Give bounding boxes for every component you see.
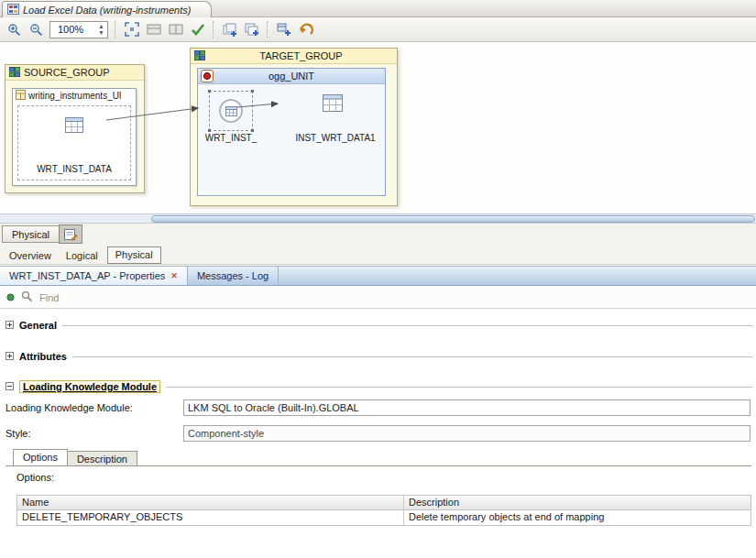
node-selection[interactable] — [209, 91, 253, 131]
selection-handle[interactable] — [251, 129, 254, 132]
tab-physical[interactable]: Physical — [107, 246, 161, 264]
zoom-level-select[interactable]: 100% ▲▼ — [49, 21, 108, 38]
inst-wrt-data1-node[interactable] — [323, 94, 343, 114]
zoom-out-icon — [29, 23, 43, 37]
add-source-icon — [223, 23, 238, 37]
document-tab-title: Load Excel Data (writing-instruments) — [23, 5, 191, 16]
section-rule — [166, 387, 752, 388]
section-rule — [62, 325, 752, 326]
dataset-icon — [16, 90, 26, 102]
group-icon — [9, 67, 20, 79]
option-description-cell: Delete temporary objects at end of mappi… — [404, 510, 751, 525]
tab-close-icon[interactable]: ✕ — [170, 271, 178, 280]
zoom-out-button[interactable] — [26, 19, 46, 39]
lkm-field-label: Loading Knowledge Module: — [5, 402, 133, 413]
ogg-unit-title: ogg_UNIT — [268, 71, 314, 82]
section-attributes-title[interactable]: Attributes — [19, 351, 67, 362]
editor-view-tabs: Overview Logical Physical — [0, 245, 756, 265]
section-general-title[interactable]: General — [19, 320, 57, 331]
diagram-edit-button[interactable] — [59, 224, 82, 244]
layout-vertical-button[interactable] — [166, 19, 186, 39]
hscrollbar-thumb[interactable] — [151, 215, 755, 223]
generate-physical-icon — [277, 23, 292, 37]
target-group-header: TARGET_GROUP — [191, 49, 397, 64]
style-field-input[interactable]: Component-style — [183, 425, 751, 442]
layout-vertical-icon — [169, 23, 183, 36]
tab-properties[interactable]: WRT_INST_DATA_AP - Properties ✕ — [0, 267, 188, 285]
options-table-header: Name Description — [17, 496, 751, 510]
source-dataset[interactable]: writing_instruments_Ul WRT_INST_DATA — [12, 88, 137, 186]
options-panel-border — [5, 465, 751, 466]
inst-wrt-data1-label: INST_WRT_DATA1 — [290, 133, 381, 143]
source-table-label: WRT_INST_DATA — [37, 164, 112, 174]
form-pencil-icon — [64, 228, 78, 241]
diagram-tab-row: Physical — [0, 224, 756, 245]
search-icon — [21, 290, 33, 304]
validate-button[interactable] — [188, 19, 208, 39]
ogg-unit-header: ogg_UNIT — [198, 69, 385, 84]
section-general: General — [0, 316, 752, 334]
expand-plus-icon[interactable] — [5, 351, 14, 362]
mapping-icon — [7, 4, 19, 16]
find-input[interactable] — [39, 292, 186, 303]
option-name-cell: DELETE_TEMPORARY_OBJECTS — [17, 510, 404, 525]
table-row[interactable]: DELETE_TEMPORARY_OBJECTS Delete temporar… — [17, 510, 751, 525]
find-bar — [0, 287, 756, 309]
mapping-canvas[interactable]: SOURCE_GROUP writing_instruments_Ul WRT_… — [0, 42, 756, 213]
layout-horizontal-button[interactable] — [144, 19, 164, 39]
selection-handle[interactable] — [251, 90, 254, 93]
add-target-button[interactable] — [242, 19, 262, 39]
undo-arrow-icon — [299, 23, 313, 37]
selection-handle[interactable] — [208, 129, 211, 132]
options-tab-bar: Options Description — [13, 449, 137, 466]
canvas-hscrollbar[interactable] — [0, 213, 756, 224]
style-field-label: Style: — [5, 428, 31, 439]
zoom-level-value: 100% — [58, 24, 83, 35]
lkm-field-value: LKM SQL to Oracle (Built-In).GLOBAL — [188, 402, 359, 413]
properties-tab-bar: WRT_INST_DATA_AP - Properties ✕ Messages… — [0, 266, 756, 286]
table-icon — [225, 106, 237, 116]
toolbar-separator — [115, 21, 117, 38]
source-dataset-header: writing_instruments_Ul — [13, 89, 136, 103]
expand-plus-icon[interactable] — [5, 320, 14, 331]
collapse-minus-icon[interactable] — [5, 381, 14, 392]
tab-description[interactable]: Description — [68, 451, 137, 466]
source-dataset-title: writing_instruments_Ul — [28, 91, 121, 101]
wrt-inst-node-label: WRT_INST_ — [200, 133, 262, 143]
target-group[interactable]: TARGET_GROUP ogg_UNIT — [190, 48, 398, 206]
source-group[interactable]: SOURCE_GROUP writing_instruments_Ul WRT_… — [5, 64, 145, 193]
physical-diagram-tab-label: Physical — [12, 229, 49, 240]
tab-overview[interactable]: Overview — [2, 248, 59, 264]
chevron-down-icon: ▲▼ — [98, 23, 104, 36]
record-icon[interactable] — [201, 70, 214, 84]
column-header-description[interactable]: Description — [404, 496, 751, 509]
document-tab-bar: Load Excel Data (writing-instruments) — [0, 0, 756, 17]
table-icon — [323, 94, 343, 112]
selection-handle[interactable] — [208, 90, 211, 93]
ogg-unit[interactable]: ogg_UNIT WRT_INST_ INST_WRT_DAT — [197, 68, 386, 196]
properties-tab-label: WRT_INST_DATA_AP - Properties — [9, 270, 165, 281]
fit-to-window-button[interactable] — [122, 19, 142, 39]
toolbar-separator — [213, 21, 215, 38]
source-group-header: SOURCE_GROUP — [5, 65, 144, 81]
lkm-field-input[interactable]: LKM SQL to Oracle (Built-In).GLOBAL — [183, 399, 751, 416]
zoom-in-button[interactable] — [4, 19, 24, 39]
messages-log-tab-label: Messages - Log — [197, 270, 268, 281]
section-lkm-title[interactable]: Loading Knowledge Module — [19, 380, 160, 393]
physical-diagram-tab[interactable]: Physical — [2, 225, 60, 243]
table-icon[interactable] — [65, 117, 83, 135]
add-target-icon — [245, 23, 260, 37]
generate-physical-button[interactable] — [274, 19, 294, 39]
group-icon — [194, 50, 205, 62]
status-dot-icon — [6, 292, 15, 303]
document-tab[interactable]: Load Excel Data (writing-instruments) — [2, 1, 212, 17]
column-header-name[interactable]: Name — [17, 496, 404, 509]
tab-options[interactable]: Options — [13, 449, 68, 466]
fit-to-window-icon — [125, 22, 139, 37]
wrt-inst-node[interactable] — [219, 99, 243, 123]
options-table: Name Description DELETE_TEMPORARY_OBJECT… — [16, 495, 751, 526]
tab-messages-log[interactable]: Messages - Log — [188, 267, 279, 285]
add-source-button[interactable] — [220, 19, 240, 39]
tab-logical[interactable]: Logical — [59, 248, 105, 264]
reset-layout-button[interactable] — [296, 19, 316, 39]
